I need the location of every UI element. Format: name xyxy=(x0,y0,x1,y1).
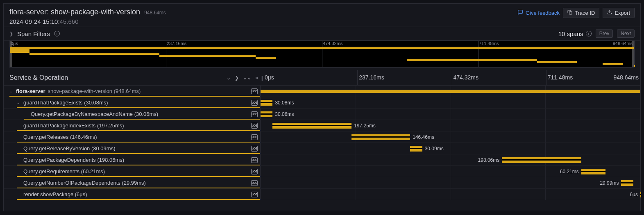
span-row-label-cell[interactable]: ⌄flora-servershow-package-with-version (… xyxy=(4,86,261,97)
minimap[interactable]: 0µs237.16ms474.32ms711.48ms948.64ms xyxy=(9,41,635,68)
log-icon[interactable]: LOG xyxy=(251,180,258,186)
span-row[interactable]: Query.getNumberOfPackageDependents (29.9… xyxy=(4,177,640,189)
span-row-label-cell[interactable]: ⌄guardThatPackageExists (30.08ms)LOG xyxy=(4,97,261,108)
span-row-timeline-cell[interactable]: 30.09ms xyxy=(261,143,640,154)
span-row[interactable]: ⌄flora-servershow-package-with-version (… xyxy=(4,86,640,97)
minimap-gridline xyxy=(634,41,635,67)
collapse-one-icon[interactable]: ⌄ xyxy=(227,75,231,81)
timeline-gridline xyxy=(451,166,451,177)
log-icon[interactable]: LOG xyxy=(251,111,258,117)
span-row-timeline-cell[interactable]: 6µs xyxy=(261,189,640,200)
timeline-header: 0µs237.16ms474.32ms711.48ms948.64ms xyxy=(263,70,640,85)
timeline-gridline xyxy=(451,97,451,108)
chevron-down-icon[interactable]: ⌄ xyxy=(17,101,21,105)
minimap-tick-label: 0µs xyxy=(10,41,19,46)
info-icon[interactable]: i xyxy=(586,31,592,36)
minimap-span-bar xyxy=(537,61,577,63)
trace-id-button[interactable]: Trace ID xyxy=(563,8,599,18)
minimap-span-bar xyxy=(159,55,256,57)
expand-all-icon[interactable]: » xyxy=(255,75,258,81)
next-button[interactable]: Next xyxy=(617,29,635,38)
span-row-timeline-cell[interactable] xyxy=(261,86,640,97)
log-icon[interactable]: LOG xyxy=(251,169,258,174)
span-accent xyxy=(24,119,260,120)
span-row[interactable]: ⌄guardThatPackageExists (30.08ms)LOG30.0… xyxy=(4,97,640,109)
timeline-gridline xyxy=(451,143,451,154)
collapse-all-icon[interactable]: ⌄⌄ xyxy=(243,75,251,81)
minimap-span-bar xyxy=(10,47,634,49)
span-bar xyxy=(261,111,272,117)
page-title: flora-server: show-package-with-version xyxy=(9,8,140,16)
span-operation: Query.getRequirements (60.21ms) xyxy=(23,168,105,174)
span-operation: guardThatPackageIndexExists (197.25ms) xyxy=(23,122,124,129)
span-row-timeline-cell[interactable]: 197.25ms xyxy=(261,120,640,131)
log-icon[interactable]: LOG xyxy=(251,134,258,140)
export-button[interactable]: Export xyxy=(603,8,635,18)
span-row-label-cell[interactable]: Query.getReleaseByVersion (30.09ms)LOG xyxy=(4,143,261,154)
span-count: 10 spans i xyxy=(558,30,592,37)
log-icon[interactable]: LOG xyxy=(251,146,258,152)
copy-icon xyxy=(567,10,572,16)
span-row-label-cell[interactable]: Query.getPackageByNamespaceAndName (30.0… xyxy=(4,109,261,120)
timeline-gridline xyxy=(545,166,546,177)
chevron-down-icon[interactable]: ⌄ xyxy=(9,89,14,93)
span-operation: Query.getReleases (146.46ms) xyxy=(23,134,97,140)
span-row[interactable]: Query.getRequirements (60.21ms)LOG60.21m… xyxy=(4,166,640,177)
span-row[interactable]: Query.getReleaseByVersion (30.09ms)LOG30… xyxy=(4,143,640,154)
span-accent xyxy=(17,153,260,154)
span-label: Query.getRequirements (60.21ms) xyxy=(4,168,105,174)
span-filters-toggle[interactable]: ❯ Span Filters i xyxy=(9,30,60,37)
span-row-label-cell[interactable]: Query.getPackageDependents (198.06ms)LOG xyxy=(4,154,261,165)
timeline-tick-label: 0µs xyxy=(265,74,274,81)
span-label: render showPackage (6µs) xyxy=(4,191,87,197)
span-row-label-cell[interactable]: Query.getReleases (146.46ms)LOG xyxy=(4,131,261,143)
timeline-gridline xyxy=(356,166,356,177)
timeline-gridline xyxy=(545,97,546,108)
span-bar xyxy=(410,146,422,152)
span-row-label-cell[interactable]: Query.getNumberOfPackageDependents (29.9… xyxy=(4,177,261,188)
span-bar xyxy=(640,192,641,197)
span-row-timeline-cell[interactable]: 198.06ms xyxy=(261,154,640,165)
span-row-timeline-cell[interactable]: 30.08ms xyxy=(261,97,640,108)
log-icon[interactable]: LOG xyxy=(251,157,258,163)
span-row-timeline-cell[interactable]: 30.06ms xyxy=(261,109,640,120)
info-icon[interactable]: i xyxy=(54,31,60,36)
timeline-gridline xyxy=(451,120,451,131)
timeline-gridline xyxy=(356,154,356,165)
span-row-label-cell[interactable]: Query.getRequirements (60.21ms)LOG xyxy=(4,166,261,177)
span-row[interactable]: Query.getReleases (146.46ms)LOG146.46ms xyxy=(4,131,640,143)
svg-rect-0 xyxy=(569,12,572,15)
minimap-span-bar xyxy=(603,63,622,65)
span-row[interactable]: guardThatPackageIndexExists (197.25ms)LO… xyxy=(4,120,640,131)
span-row[interactable]: Query.getPackageDependents (198.06ms)LOG… xyxy=(4,154,640,166)
span-row-label-cell[interactable]: guardThatPackageIndexExists (197.25ms)LO… xyxy=(4,120,261,131)
span-label: Query.getPackageDependents (198.06ms) xyxy=(4,157,124,163)
span-row[interactable]: Query.getPackageByNamespaceAndName (30.0… xyxy=(4,109,640,120)
log-icon[interactable]: LOG xyxy=(251,123,258,129)
log-icon[interactable]: LOG xyxy=(251,192,258,197)
timeline-tick-label: 474.32ms xyxy=(454,74,478,81)
span-duration-label: 29.99ms xyxy=(600,180,619,186)
span-row-timeline-cell[interactable]: 60.21ms xyxy=(261,166,640,177)
timeline-gridline xyxy=(356,189,356,200)
span-row-timeline-cell[interactable]: 29.99ms xyxy=(261,177,640,188)
span-duration-label: 60.21ms xyxy=(560,169,579,174)
log-icon[interactable]: LOG xyxy=(251,100,258,106)
log-icon[interactable]: LOG xyxy=(251,88,258,94)
timeline-gridline xyxy=(356,177,356,188)
minimap-span-bar xyxy=(10,51,29,53)
span-row-timeline-cell[interactable]: 146.46ms xyxy=(261,131,640,143)
span-duration-label: 146.46ms xyxy=(413,134,434,140)
span-label: guardThatPackageIndexExists (197.25ms) xyxy=(4,122,124,129)
span-bar xyxy=(581,169,605,174)
expand-one-icon[interactable]: ❯ xyxy=(235,75,239,81)
span-bar xyxy=(621,180,633,186)
timeline-gridline xyxy=(356,109,356,120)
timestamp: 2024-09-24 15:10:45.660 xyxy=(9,18,166,25)
feedback-link[interactable]: Give feedback xyxy=(517,9,560,16)
span-row[interactable]: render showPackage (6µs)LOG6µs xyxy=(4,189,640,200)
minimap-span-bar xyxy=(407,59,537,61)
span-row-label-cell[interactable]: render showPackage (6µs)LOG xyxy=(4,189,261,200)
prev-button[interactable]: Prev xyxy=(596,29,613,38)
minimap-span-bar xyxy=(634,65,635,67)
